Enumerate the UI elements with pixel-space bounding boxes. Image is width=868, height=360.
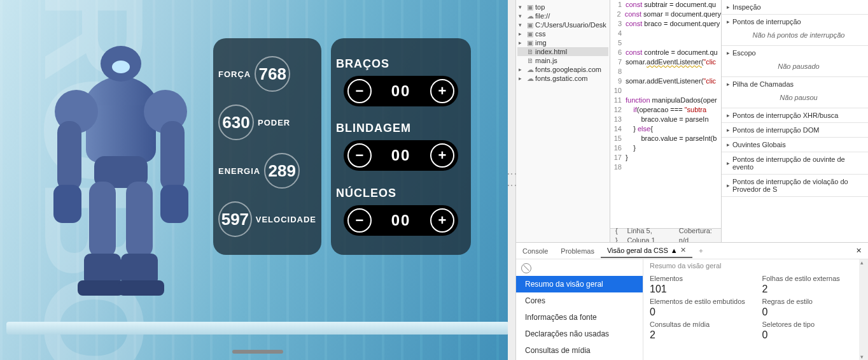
tree-row[interactable]: ▾ ▣ top	[517, 3, 608, 11]
css-nav-item[interactable]: Cores	[516, 292, 643, 309]
accordion-header[interactable]: ▸Pontos de interrupção de violação do Pr…	[722, 175, 868, 196]
chevron-right-icon: ▸	[727, 112, 730, 119]
line-number[interactable]: 13	[610, 115, 626, 124]
css-nav-item[interactable]: Resumo da visão geral	[516, 276, 643, 292]
line-number[interactable]: 15	[610, 134, 626, 143]
tab-problemas[interactable]: Problemas	[554, 245, 601, 257]
card-label: Seletores de tipo	[762, 320, 862, 328]
line-number[interactable]: 1	[610, 0, 626, 10]
line-number[interactable]: 3	[610, 19, 626, 29]
code-line[interactable]: } else{	[626, 124, 653, 134]
accordion-header[interactable]: ▸Inspeção	[722, 0, 868, 14]
tab-css-overview[interactable]: Visão geral da CSS ▲ ✕	[601, 243, 692, 258]
chevron-right-icon: ▸	[727, 4, 730, 10]
line-number[interactable]: 8	[610, 67, 626, 76]
line-number[interactable]: 7	[610, 57, 626, 67]
card-label: Folhas de estilo externas	[762, 275, 862, 282]
close-drawer-button[interactable]: ✕	[850, 247, 868, 255]
code-line[interactable]: function manipulaDados(oper	[626, 96, 717, 105]
line-number[interactable]: 10	[610, 86, 626, 96]
accordion-header[interactable]: ▸Escopo	[722, 46, 868, 60]
css-nav-item[interactable]: Informações da fonte	[516, 309, 643, 326]
minus-button[interactable]: −	[347, 208, 372, 233]
accordion-header[interactable]: ▸Pontos de interrupção de ouvinte de eve…	[722, 152, 868, 174]
code-line[interactable]: const somar = document.query	[625, 10, 721, 19]
tree-row[interactable]: 🗎 main.js	[517, 56, 608, 65]
css-overview-main: Resumo da visão geral Elementos101Folhas…	[643, 259, 868, 360]
accordion-header[interactable]: ▸Pilha de Chamadas	[722, 77, 868, 91]
code-line[interactable]: const braco = document.query	[626, 19, 720, 29]
card-value: 2	[762, 284, 862, 295]
accordion-header[interactable]: ▸Pontos de interrupção DOM	[722, 123, 868, 137]
line-number[interactable]: 5	[610, 38, 626, 48]
scrollbar[interactable]	[859, 259, 868, 360]
close-icon[interactable]: ✕	[680, 246, 686, 254]
stepper-value: 00	[391, 147, 411, 164]
add-tab-button[interactable]: ＋	[692, 246, 710, 256]
tree-row[interactable]: ▸ ▣ img	[517, 38, 608, 47]
css-nav-item[interactable]: Declarações não usadas	[516, 326, 643, 342]
accordion-header[interactable]: ▸Pontos de interrupção XHR/busca	[722, 108, 868, 122]
code-line[interactable]: if(operacao === "subtra	[626, 105, 706, 115]
tree-label: css	[535, 30, 546, 38]
minus-button[interactable]: −	[347, 79, 372, 103]
minus-button[interactable]: −	[347, 143, 372, 168]
line-number[interactable]: 14	[610, 124, 626, 134]
plus-button[interactable]: +	[430, 208, 454, 233]
line-number[interactable]: 16	[610, 143, 626, 153]
plus-button[interactable]: +	[430, 143, 454, 168]
line-number[interactable]: 6	[610, 48, 626, 57]
svg-rect-11	[89, 182, 116, 258]
accordion-title: Inspeção	[732, 3, 761, 11]
disclosure-icon[interactable]: ▸	[519, 75, 525, 82]
tab-console[interactable]: Console	[516, 245, 554, 257]
line-number[interactable]: 2	[610, 10, 625, 19]
stat-row: 630PODER	[218, 104, 316, 140]
disclosure-icon[interactable]: ▸	[519, 31, 525, 37]
svg-rect-15	[78, 280, 123, 296]
control-group: BRAÇOS − 00 +	[336, 57, 466, 106]
devtools: ▾ ▣ top▾ ☁ file://▾ ▣ C:/Users/Usuario/D…	[515, 0, 868, 360]
folder-icon: ▣	[526, 21, 534, 29]
svg-rect-6	[57, 121, 81, 191]
css-nav-item[interactable]: Consultas de mídia	[516, 342, 643, 359]
line-number[interactable]: 9	[610, 76, 626, 86]
control-title: NÚCLEOS	[336, 187, 466, 200]
line-number[interactable]: 11	[610, 96, 626, 105]
css-overview-heading: Resumo da visão geral	[650, 262, 862, 270]
tree-row[interactable]: ▾ ☁ file://	[517, 11, 608, 20]
code-line[interactable]: somar.addEventListener("clic	[626, 76, 716, 86]
tree-row[interactable]: 🗎 index.html	[517, 47, 608, 56]
accordion-header[interactable]: ▸Ouvintes Globais	[722, 138, 868, 152]
code-line[interactable]: braco.value = parseIn	[626, 115, 709, 124]
disclosure-icon[interactable]: ▸	[519, 40, 525, 46]
line-number[interactable]: 17	[610, 153, 626, 162]
tree-row[interactable]: ▾ ▣ C:/Users/Usuario/Desk	[517, 20, 608, 29]
line-number[interactable]: 4	[610, 29, 626, 38]
line-number[interactable]: 18	[610, 162, 626, 172]
code-line[interactable]: somar.addEventListener("clic	[626, 57, 716, 67]
disclosure-icon[interactable]: ▾	[519, 4, 525, 10]
pretty-print-icon[interactable]: { }	[615, 226, 621, 243]
resize-handle[interactable]	[232, 350, 283, 354]
accordion-header[interactable]: ▸Pontos de interrupção	[722, 15, 868, 29]
code-line[interactable]: braco.value = parseInt(b	[626, 134, 717, 143]
accordion-title: Pontos de interrupção de ouvinte de even…	[732, 155, 863, 171]
tree-row[interactable]: ▸ ☁ fonts.googleapis.com	[517, 65, 608, 74]
tree-row[interactable]: ▸ ☁ fonts.gstatic.com	[517, 74, 608, 83]
disclosure-icon[interactable]: ▾	[519, 13, 525, 19]
code-editor[interactable]: 1const subtrair = document.qu2const soma…	[610, 0, 722, 242]
code-line[interactable]: const subtrair = document.qu	[626, 0, 716, 10]
pane-drag-bar[interactable]: ⋮⋮	[508, 0, 515, 360]
disclosure-icon[interactable]: ▾	[519, 22, 525, 28]
code-line[interactable]: }	[626, 153, 628, 162]
plus-button[interactable]: +	[430, 79, 454, 103]
svg-rect-8	[53, 185, 81, 223]
code-line[interactable]: }	[626, 143, 636, 153]
tree-row[interactable]: ▸ ▣ css	[517, 29, 608, 38]
disclosure-icon[interactable]: ▸	[519, 66, 525, 73]
card-value: 2	[650, 329, 750, 341]
code-line[interactable]: const controle = document.qu	[626, 48, 718, 57]
line-number[interactable]: 12	[610, 105, 626, 115]
no-entry-icon[interactable]	[521, 263, 531, 273]
